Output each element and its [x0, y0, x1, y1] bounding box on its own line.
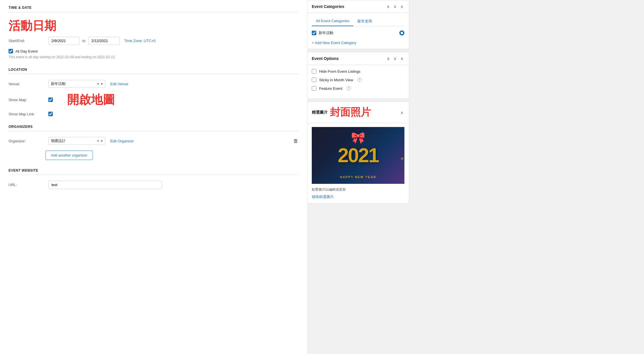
feature-event-help-icon[interactable]: ? [346, 86, 351, 91]
sticky-help-icon[interactable]: ? [357, 78, 362, 82]
delete-organizer-icon[interactable]: 🗑 [293, 138, 298, 144]
hide-from-listings-label: Hide From Event Listings [319, 69, 360, 74]
venue-dropdown-icon[interactable]: ▾ [101, 82, 103, 86]
image-happy-new-year-text: HAPPY NEW YEAR [340, 175, 376, 179]
category-item-left: 新年活動 [312, 30, 333, 36]
event-categories-panel: Event Categories ∧ ∨ ∧ All Event Categor… [307, 0, 409, 49]
edit-organizer-link[interactable]: Edit Organizer [110, 139, 134, 143]
event-options-panel: Event Options ∧ ∨ ∧ Hide From Event List… [307, 52, 409, 99]
timezone-link[interactable]: Time Zone: UTC+0 [124, 39, 155, 43]
all-day-row: All Day Event [9, 49, 298, 53]
event-options-header: Event Options ∧ ∨ ∧ [307, 52, 409, 65]
event-options-up-btn[interactable]: ∧ [386, 56, 391, 61]
location-title: LOCATION [9, 68, 298, 74]
time-date-section: TIME & DATE 活動日期 Start/End: to Time Zone… [9, 6, 298, 59]
all-day-helper-text: This event is all day starting on 2021-0… [9, 55, 298, 59]
event-options-title: Event Options [312, 56, 339, 61]
featured-image-collapse-btn[interactable]: ∧ [399, 110, 404, 115]
image-caption: 點擊圖片以編輯或更新 [312, 187, 404, 192]
venue-label: Venue: [9, 82, 45, 86]
category-tabs: All Event Categories 最常使用 [312, 17, 404, 26]
featured-image-title: 精選圖片 [312, 110, 328, 115]
event-categories-title: Event Categories [312, 4, 344, 9]
featured-image-chinese-title: 封面照片 [330, 105, 371, 119]
add-organizer-button[interactable]: Add another organizer [45, 151, 93, 160]
feature-event-row: Feature Event ? [312, 86, 404, 91]
event-website-title: EVENT WEBSITE [9, 168, 298, 175]
category-name-new-year: 新年活動 [319, 30, 333, 36]
url-label: URL: [9, 183, 45, 187]
organizer-value: 鴒齋設計 [51, 138, 95, 143]
tab-most-used[interactable]: 最常使用 [353, 17, 376, 26]
category-radio-new-year[interactable] [399, 30, 404, 36]
event-categories-body: All Event Categories 最常使用 新年活動 + Add New… [307, 13, 409, 49]
category-checkbox-new-year[interactable] [312, 31, 316, 35]
start-date-input[interactable] [48, 37, 80, 45]
event-categories-up-btn[interactable]: ∧ [386, 4, 391, 9]
event-options-down-btn[interactable]: ∨ [392, 56, 398, 61]
feature-event-label: Feature Event [319, 86, 342, 91]
featured-image-panel: 精選圖片 封面照片 ∧ 🎀 2021 HAPPY NEW YEAR 鴒齋設計 點… [307, 102, 409, 204]
organizers-title: ORGANIZERS [9, 125, 298, 131]
event-options-controls: ∧ ∨ ∧ [386, 56, 404, 61]
event-categories-collapse-btn[interactable]: ∧ [399, 4, 404, 9]
venue-clear-icon[interactable]: × [97, 82, 99, 86]
time-date-title: TIME & DATE [9, 6, 298, 12]
add-organizer-wrapper: Add another organizer [45, 149, 298, 160]
venue-row: Venue: 新年活動 × ▾ Edit Venue [9, 80, 298, 88]
event-options-collapse-btn[interactable]: ∧ [399, 56, 404, 61]
sticky-month-view-label: Sticky in Month View [319, 78, 353, 82]
event-categories-down-btn[interactable]: ∨ [392, 4, 398, 9]
show-map-link-row: Show Map Link: [9, 112, 298, 116]
organizer-clear-icon[interactable]: × [97, 139, 99, 143]
event-website-section: EVENT WEBSITE URL: [9, 168, 298, 189]
to-label: to [82, 39, 86, 43]
time-date-chinese-title: 活動日期 [9, 18, 298, 34]
sticky-month-view-row: Sticky in Month View ? [312, 78, 404, 82]
organizer-dropdown-icon[interactable]: ▾ [101, 139, 103, 143]
organizers-section: ORGANIZERS Organizer: 鴒齋設計 × ▾ Edit Orga… [9, 125, 298, 160]
radio-circle-inner [401, 32, 403, 34]
location-chinese-subtitle: 開啟地圖 [67, 92, 115, 108]
featured-header-left: 精選圖片 封面照片 [312, 105, 371, 119]
featured-image-header: 精選圖片 封面照片 ∧ [307, 102, 409, 123]
category-item-new-year: 新年活動 [312, 30, 404, 36]
show-map-label: Show Map: [9, 98, 45, 102]
all-day-checkbox[interactable] [9, 49, 13, 53]
add-category-link[interactable]: + Add New Event Category [312, 41, 356, 45]
show-map-checkbox[interactable] [48, 97, 53, 102]
location-section: LOCATION Venue: 新年活動 × ▾ Edit Venue Show… [9, 68, 298, 116]
show-map-link-label: Show Map Link: [9, 112, 45, 116]
sticky-month-view-checkbox[interactable] [312, 78, 316, 82]
sidebar: Event Categories ∧ ∨ ∧ All Event Categor… [307, 0, 409, 354]
edit-venue-link[interactable]: Edit Venue [110, 82, 128, 86]
feature-event-checkbox[interactable] [312, 86, 316, 91]
start-end-label: Start/End: [9, 39, 45, 43]
organizer-select[interactable]: 鴒齋設計 × ▾ [48, 137, 105, 145]
show-map-row: Show Map: 開啟地圖 [9, 92, 298, 108]
featured-image-thumbnail[interactable]: 🎀 2021 HAPPY NEW YEAR 鴒齋設計 [312, 127, 404, 184]
image-bow-decoration: 🎀 [351, 131, 365, 145]
start-end-row: Start/End: to Time Zone: UTC+0 [9, 37, 298, 45]
venue-value: 新年活動 [51, 81, 95, 86]
organizer-row: Organizer: 鴒齋設計 × ▾ Edit Organizer 🗑 [9, 137, 298, 145]
tab-all-event-categories[interactable]: All Event Categories [312, 17, 353, 26]
hide-from-listings-checkbox[interactable] [312, 69, 316, 74]
organizer-label: Organizer: [9, 139, 45, 143]
remove-image-link[interactable]: 移除精選圖片 [312, 194, 334, 199]
url-input[interactable] [48, 181, 162, 189]
featured-image-body: 🎀 2021 HAPPY NEW YEAR 鴒齋設計 點擊圖片以編輯或更新 移除… [307, 123, 409, 203]
venue-select[interactable]: 新年活動 × ▾ [48, 80, 105, 88]
image-year-text: 2021 [338, 144, 379, 167]
show-map-link-checkbox[interactable] [48, 112, 53, 116]
event-categories-controls: ∧ ∨ ∧ [386, 4, 404, 9]
event-categories-header: Event Categories ∧ ∨ ∧ [307, 0, 409, 13]
event-options-body: Hide From Event Listings Sticky in Month… [307, 65, 409, 99]
end-date-input[interactable] [88, 37, 120, 45]
all-day-label: All Day Event [15, 49, 38, 53]
hide-from-listings-row: Hide From Event Listings [312, 69, 404, 74]
url-row: URL: [9, 181, 298, 189]
